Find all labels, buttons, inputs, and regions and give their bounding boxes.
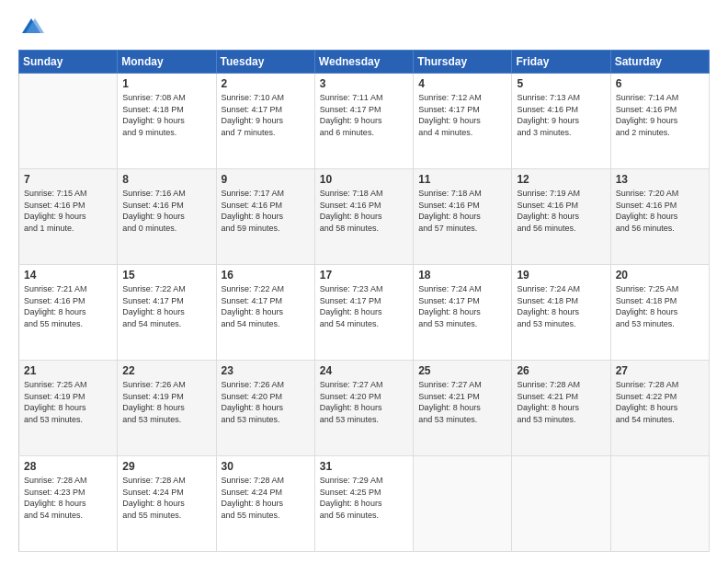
day-number: 16 xyxy=(222,269,310,282)
calendar-col-header: Friday xyxy=(512,51,610,74)
day-info: Sunrise: 7:13 AM Sunset: 4:16 PM Dayligh… xyxy=(517,92,605,138)
logo xyxy=(18,15,48,40)
day-info: Sunrise: 7:28 AM Sunset: 4:22 PM Dayligh… xyxy=(616,379,704,425)
calendar-week-row: 1Sunrise: 7:08 AM Sunset: 4:18 PM Daylig… xyxy=(19,74,710,169)
day-info: Sunrise: 7:12 AM Sunset: 4:17 PM Dayligh… xyxy=(418,92,506,138)
day-info: Sunrise: 7:25 AM Sunset: 4:19 PM Dayligh… xyxy=(24,379,112,425)
day-number: 2 xyxy=(222,77,310,90)
calendar-week-row: 28Sunrise: 7:28 AM Sunset: 4:23 PM Dayli… xyxy=(19,456,710,552)
day-info: Sunrise: 7:17 AM Sunset: 4:16 PM Dayligh… xyxy=(222,188,310,234)
calendar-cell: 11Sunrise: 7:18 AM Sunset: 4:16 PM Dayli… xyxy=(414,169,512,265)
day-number: 23 xyxy=(222,364,310,377)
day-number: 12 xyxy=(517,173,605,186)
day-info: Sunrise: 7:16 AM Sunset: 4:16 PM Dayligh… xyxy=(122,188,210,234)
calendar-cell: 5Sunrise: 7:13 AM Sunset: 4:16 PM Daylig… xyxy=(512,74,610,169)
day-number: 25 xyxy=(418,364,506,377)
calendar-table: SundayMondayTuesdayWednesdayThursdayFrid… xyxy=(18,50,710,552)
day-info: Sunrise: 7:24 AM Sunset: 4:18 PM Dayligh… xyxy=(517,283,605,329)
day-number: 19 xyxy=(517,269,605,282)
day-info: Sunrise: 7:28 AM Sunset: 4:21 PM Dayligh… xyxy=(517,379,605,425)
day-number: 9 xyxy=(222,173,310,186)
calendar-cell: 16Sunrise: 7:22 AM Sunset: 4:17 PM Dayli… xyxy=(216,265,314,361)
calendar-cell: 22Sunrise: 7:26 AM Sunset: 4:19 PM Dayli… xyxy=(118,361,216,456)
day-number: 11 xyxy=(418,173,506,186)
day-number: 30 xyxy=(222,460,310,473)
calendar-cell: 9Sunrise: 7:17 AM Sunset: 4:16 PM Daylig… xyxy=(216,169,314,265)
day-info: Sunrise: 7:29 AM Sunset: 4:25 PM Dayligh… xyxy=(320,475,408,521)
day-number: 21 xyxy=(24,364,112,377)
day-info: Sunrise: 7:23 AM Sunset: 4:17 PM Dayligh… xyxy=(320,283,408,329)
day-info: Sunrise: 7:25 AM Sunset: 4:18 PM Dayligh… xyxy=(616,283,704,329)
day-info: Sunrise: 7:15 AM Sunset: 4:16 PM Dayligh… xyxy=(24,188,112,234)
day-info: Sunrise: 7:26 AM Sunset: 4:20 PM Dayligh… xyxy=(222,379,310,425)
day-info: Sunrise: 7:26 AM Sunset: 4:19 PM Dayligh… xyxy=(122,379,210,425)
calendar-col-header: Wednesday xyxy=(314,51,413,74)
day-info: Sunrise: 7:20 AM Sunset: 4:16 PM Dayligh… xyxy=(616,188,704,234)
day-number: 10 xyxy=(320,173,408,186)
day-info: Sunrise: 7:11 AM Sunset: 4:17 PM Dayligh… xyxy=(320,92,408,138)
calendar-col-header: Tuesday xyxy=(216,51,314,74)
calendar-cell: 2Sunrise: 7:10 AM Sunset: 4:17 PM Daylig… xyxy=(216,74,314,169)
calendar-cell: 8Sunrise: 7:16 AM Sunset: 4:16 PM Daylig… xyxy=(118,169,216,265)
calendar-cell: 21Sunrise: 7:25 AM Sunset: 4:19 PM Dayli… xyxy=(19,361,118,456)
calendar-col-header: Monday xyxy=(118,51,216,74)
day-info: Sunrise: 7:18 AM Sunset: 4:16 PM Dayligh… xyxy=(320,188,408,234)
calendar-cell: 7Sunrise: 7:15 AM Sunset: 4:16 PM Daylig… xyxy=(19,169,118,265)
day-info: Sunrise: 7:14 AM Sunset: 4:16 PM Dayligh… xyxy=(616,92,704,138)
day-info: Sunrise: 7:24 AM Sunset: 4:17 PM Dayligh… xyxy=(418,283,506,329)
calendar-cell: 17Sunrise: 7:23 AM Sunset: 4:17 PM Dayli… xyxy=(314,265,413,361)
calendar-cell: 20Sunrise: 7:25 AM Sunset: 4:18 PM Dayli… xyxy=(610,265,709,361)
day-number: 18 xyxy=(418,269,506,282)
day-number: 28 xyxy=(24,460,112,473)
calendar-cell: 6Sunrise: 7:14 AM Sunset: 4:16 PM Daylig… xyxy=(610,74,709,169)
calendar-cell: 13Sunrise: 7:20 AM Sunset: 4:16 PM Dayli… xyxy=(610,169,709,265)
day-number: 17 xyxy=(320,269,408,282)
day-number: 15 xyxy=(122,269,210,282)
calendar-cell: 27Sunrise: 7:28 AM Sunset: 4:22 PM Dayli… xyxy=(610,361,709,456)
calendar-cell xyxy=(512,456,610,552)
day-number: 29 xyxy=(122,460,210,473)
calendar-col-header: Sunday xyxy=(19,51,118,74)
logo-icon xyxy=(18,15,44,40)
day-number: 5 xyxy=(517,77,605,90)
calendar-cell: 23Sunrise: 7:26 AM Sunset: 4:20 PM Dayli… xyxy=(216,361,314,456)
day-number: 26 xyxy=(517,364,605,377)
day-number: 6 xyxy=(616,77,704,90)
calendar-cell: 14Sunrise: 7:21 AM Sunset: 4:16 PM Dayli… xyxy=(19,265,118,361)
day-number: 7 xyxy=(24,173,112,186)
day-number: 22 xyxy=(122,364,210,377)
day-number: 24 xyxy=(320,364,408,377)
calendar-cell: 4Sunrise: 7:12 AM Sunset: 4:17 PM Daylig… xyxy=(414,74,512,169)
day-number: 3 xyxy=(320,77,408,90)
day-number: 27 xyxy=(616,364,704,377)
calendar-cell: 10Sunrise: 7:18 AM Sunset: 4:16 PM Dayli… xyxy=(314,169,413,265)
calendar-week-row: 21Sunrise: 7:25 AM Sunset: 4:19 PM Dayli… xyxy=(19,361,710,456)
day-number: 20 xyxy=(616,269,704,282)
calendar-cell: 28Sunrise: 7:28 AM Sunset: 4:23 PM Dayli… xyxy=(19,456,118,552)
calendar-week-row: 14Sunrise: 7:21 AM Sunset: 4:16 PM Dayli… xyxy=(19,265,710,361)
page: SundayMondayTuesdayWednesdayThursdayFrid… xyxy=(0,0,728,563)
day-info: Sunrise: 7:28 AM Sunset: 4:23 PM Dayligh… xyxy=(24,475,112,521)
calendar-cell: 18Sunrise: 7:24 AM Sunset: 4:17 PM Dayli… xyxy=(414,265,512,361)
day-info: Sunrise: 7:27 AM Sunset: 4:21 PM Dayligh… xyxy=(418,379,506,425)
day-number: 8 xyxy=(122,173,210,186)
calendar-cell: 31Sunrise: 7:29 AM Sunset: 4:25 PM Dayli… xyxy=(314,456,413,552)
calendar-cell: 15Sunrise: 7:22 AM Sunset: 4:17 PM Dayli… xyxy=(118,265,216,361)
calendar-cell: 25Sunrise: 7:27 AM Sunset: 4:21 PM Dayli… xyxy=(414,361,512,456)
calendar-cell: 30Sunrise: 7:28 AM Sunset: 4:24 PM Dayli… xyxy=(216,456,314,552)
day-info: Sunrise: 7:18 AM Sunset: 4:16 PM Dayligh… xyxy=(418,188,506,234)
calendar-cell: 19Sunrise: 7:24 AM Sunset: 4:18 PM Dayli… xyxy=(512,265,610,361)
calendar-cell xyxy=(414,456,512,552)
day-number: 31 xyxy=(320,460,408,473)
day-info: Sunrise: 7:22 AM Sunset: 4:17 PM Dayligh… xyxy=(122,283,210,329)
header xyxy=(18,15,710,40)
day-info: Sunrise: 7:08 AM Sunset: 4:18 PM Dayligh… xyxy=(122,92,210,138)
day-number: 13 xyxy=(616,173,704,186)
day-info: Sunrise: 7:10 AM Sunset: 4:17 PM Dayligh… xyxy=(222,92,310,138)
day-info: Sunrise: 7:27 AM Sunset: 4:20 PM Dayligh… xyxy=(320,379,408,425)
calendar-cell xyxy=(19,74,118,169)
calendar-col-header: Saturday xyxy=(610,51,709,74)
day-info: Sunrise: 7:28 AM Sunset: 4:24 PM Dayligh… xyxy=(222,475,310,521)
day-info: Sunrise: 7:22 AM Sunset: 4:17 PM Dayligh… xyxy=(222,283,310,329)
day-info: Sunrise: 7:19 AM Sunset: 4:16 PM Dayligh… xyxy=(517,188,605,234)
